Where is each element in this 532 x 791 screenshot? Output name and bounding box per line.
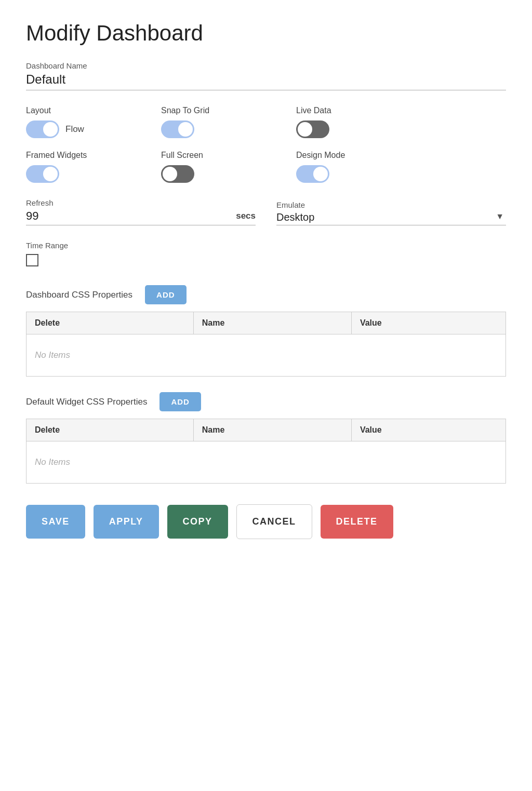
toggle-group-snap: Snap To Grid — [161, 106, 255, 138]
time-range-label: Time Range — [26, 241, 506, 250]
emulate-label: Emulate — [276, 200, 506, 209]
widget-css-no-items: No Items — [26, 441, 506, 484]
secs-label: secs — [236, 211, 256, 221]
live-data-toggle[interactable] — [296, 120, 329, 138]
layout-toggle-text: Flow — [65, 124, 84, 135]
live-data-label: Live Data — [296, 106, 390, 115]
widget-css-add-button[interactable]: ADD — [159, 392, 201, 411]
toggle-group-live-data: Live Data — [296, 106, 390, 138]
design-toggle-knob — [313, 167, 328, 181]
design-label: Design Mode — [296, 151, 390, 160]
dashboard-name-label: Dashboard Name — [26, 61, 506, 70]
dashboard-css-no-items-row: No Items — [26, 334, 506, 377]
design-toggle[interactable] — [296, 165, 329, 183]
widget-css-table-header: Delete Name Value — [26, 419, 506, 441]
layout-toggle-knob — [43, 122, 58, 137]
snap-toggle-knob — [178, 122, 193, 137]
framed-toggle[interactable] — [26, 165, 59, 183]
delete-button[interactable]: DELETE — [321, 505, 393, 539]
copy-button[interactable]: COPY — [167, 505, 228, 539]
toggle-group-fullscreen: Full Screen — [161, 151, 255, 183]
layout-toggle[interactable] — [26, 120, 59, 138]
emulate-group: Emulate Desktop Mobile Tablet — [276, 200, 506, 225]
refresh-input[interactable] — [26, 209, 232, 223]
snap-label: Snap To Grid — [161, 106, 255, 115]
dashboard-css-add-button[interactable]: ADD — [145, 285, 187, 304]
widget-css-col-delete: Delete — [26, 419, 194, 441]
dashboard-css-col-delete: Delete — [26, 312, 194, 334]
emulate-select[interactable]: Desktop Mobile Tablet — [276, 211, 506, 225]
apply-button[interactable]: APPLY — [94, 505, 159, 539]
live-data-toggle-knob — [298, 122, 312, 137]
widget-css-col-name: Name — [193, 419, 351, 441]
framed-toggle-knob — [43, 167, 58, 181]
time-range-section: Time Range — [26, 241, 506, 266]
bottom-buttons: SAVE APPLY COPY CANCEL DELETE — [26, 504, 506, 539]
toggles-section: Layout Flow Snap To Grid Live Data — [26, 106, 506, 183]
dashboard-css-title: Dashboard CSS Properties — [26, 290, 132, 300]
refresh-label: Refresh — [26, 198, 256, 207]
toggle-row-2: Framed Widgets Full Screen Design Mode — [26, 151, 506, 183]
toggle-row-1: Layout Flow Snap To Grid Live Data — [26, 106, 506, 138]
widget-css-no-items-row: No Items — [26, 441, 506, 484]
framed-label: Framed Widgets — [26, 151, 119, 160]
snap-toggle[interactable] — [161, 120, 194, 138]
dashboard-name-container — [26, 72, 506, 90]
dashboard-css-col-value: Value — [351, 312, 506, 334]
fullscreen-toggle-knob — [163, 167, 177, 181]
layout-label: Layout — [26, 106, 119, 115]
dashboard-css-section: Dashboard CSS Properties ADD Delete Name… — [26, 285, 506, 377]
toggle-group-framed: Framed Widgets — [26, 151, 119, 183]
toggle-group-layout: Layout Flow — [26, 106, 119, 138]
fullscreen-label: Full Screen — [161, 151, 255, 160]
widget-css-section: Default Widget CSS Properties ADD Delete… — [26, 392, 506, 484]
dashboard-css-table-header: Delete Name Value — [26, 312, 506, 334]
widget-css-title: Default Widget CSS Properties — [26, 397, 147, 407]
refresh-group: Refresh secs — [26, 198, 256, 225]
fullscreen-toggle[interactable] — [161, 165, 194, 183]
toggle-group-design: Design Mode — [296, 151, 390, 183]
dashboard-css-no-items: No Items — [26, 334, 506, 377]
dashboard-name-input[interactable] — [26, 72, 506, 87]
widget-css-table: Delete Name Value No Items — [26, 419, 506, 484]
save-button[interactable]: SAVE — [26, 505, 85, 539]
widget-css-col-value: Value — [351, 419, 506, 441]
time-range-checkbox[interactable] — [26, 254, 38, 266]
page-title: Modify Dashboard — [26, 21, 506, 46]
dashboard-css-col-name: Name — [193, 312, 351, 334]
dashboard-css-table: Delete Name Value No Items — [26, 312, 506, 377]
cancel-button[interactable]: CANCEL — [236, 504, 312, 539]
refresh-emulate-row: Refresh secs Emulate Desktop Mobile Tabl… — [26, 198, 506, 225]
